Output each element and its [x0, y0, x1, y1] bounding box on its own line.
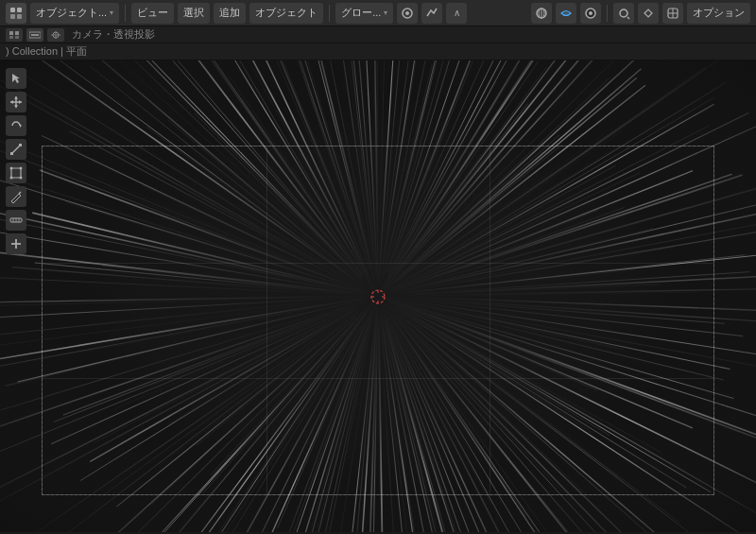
left-tool-panel [6, 68, 26, 254]
center-cursor [369, 288, 387, 305]
svg-marker-356 [20, 124, 22, 128]
svg-rect-2 [10, 14, 15, 19]
sep2 [329, 5, 330, 22]
tool-glow[interactable]: グロー... ▾ [335, 3, 393, 24]
breadcrumb: ) Collection | 平面 [6, 44, 87, 59]
top-toolbar: オブジェクト... ▾ ビュー 選択 追加 オブジェクト グロー... ▾ ∧ [0, 0, 756, 26]
svg-rect-0 [10, 8, 15, 12]
svg-rect-16 [9, 31, 13, 35]
right-icon6[interactable] [662, 3, 683, 24]
right-icon2[interactable] [556, 3, 576, 24]
svg-marker-352 [14, 96, 18, 99]
camera-info: カメラ・透視投影 [72, 27, 155, 42]
right-icon3[interactable] [580, 3, 601, 24]
tool-icon3[interactable]: ∧ [446, 3, 467, 24]
info-bar: カメラ・透視投影 [0, 26, 756, 43]
tool-rotate[interactable] [6, 115, 26, 136]
right-icon4[interactable] [613, 3, 634, 24]
menu-select[interactable]: 選択 [178, 3, 210, 24]
menu-view[interactable]: ビュー [131, 3, 174, 24]
svg-marker-355 [19, 100, 22, 104]
tool-measure[interactable] [6, 210, 26, 231]
svg-point-10 [589, 11, 593, 15]
tool-transform[interactable] [6, 163, 26, 183]
header-icon1[interactable] [6, 28, 23, 42]
svg-point-11 [620, 9, 627, 17]
tool-annotate[interactable] [6, 186, 26, 207]
svg-point-364 [20, 177, 23, 180]
svg-line-12 [627, 17, 629, 19]
svg-rect-358 [19, 144, 22, 146]
svg-marker-353 [14, 105, 18, 108]
right-icon5[interactable] [638, 3, 659, 24]
options-button[interactable]: オプション [687, 3, 750, 24]
tool-scale[interactable] [6, 139, 26, 160]
tool-add[interactable] [6, 233, 26, 254]
svg-point-362 [20, 167, 23, 170]
sep3 [607, 5, 608, 22]
svg-rect-360 [11, 168, 21, 178]
header-icon3[interactable] [47, 28, 64, 42]
menu-object[interactable]: オブジェクト [249, 3, 323, 24]
svg-rect-1 [17, 8, 22, 12]
menu-add[interactable]: 追加 [214, 3, 246, 24]
right-icon1[interactable] [531, 3, 552, 24]
svg-rect-17 [15, 31, 19, 35]
breadcrumb-bar: ) Collection | 平面 [0, 43, 756, 60]
svg-point-5 [405, 11, 409, 15]
header-icon2[interactable] [26, 28, 43, 42]
tool-move[interactable] [6, 92, 26, 112]
tool-icon2[interactable] [421, 3, 442, 24]
svg-rect-21 [31, 34, 39, 36]
svg-marker-354 [10, 100, 13, 104]
svg-point-361 [10, 167, 13, 170]
svg-rect-18 [9, 36, 13, 39]
tool-select[interactable] [6, 68, 26, 89]
svg-rect-3 [17, 14, 22, 19]
viewport[interactable] [0, 60, 756, 532]
mode-dropdown[interactable]: オブジェクト... ▾ [30, 3, 119, 24]
mode-icon [6, 3, 26, 24]
svg-rect-19 [15, 36, 19, 39]
sep1 [125, 5, 126, 22]
svg-point-363 [10, 177, 13, 180]
svg-rect-359 [10, 152, 13, 155]
svg-line-365 [19, 192, 21, 194]
tool-icon1[interactable] [397, 3, 418, 24]
